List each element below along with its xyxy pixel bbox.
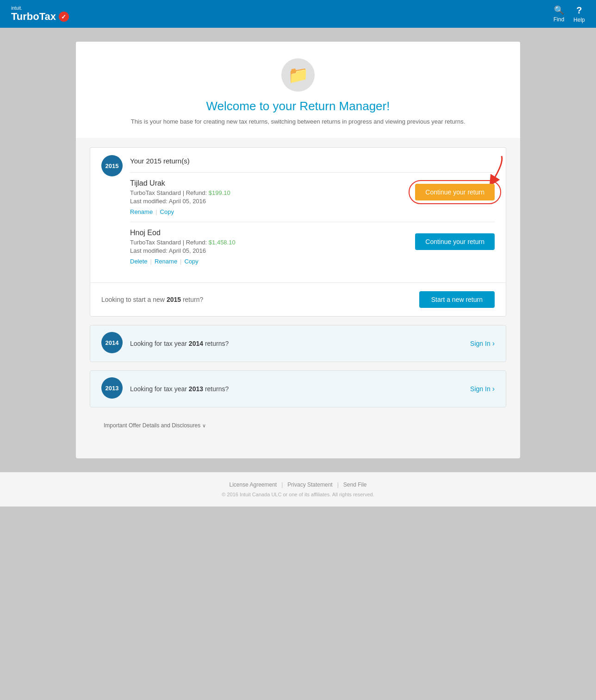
search-icon: 🔍 xyxy=(554,5,564,15)
return-name-tijlad: Tijlad Urak xyxy=(130,179,230,188)
offer-details[interactable]: Important Offer Details and Disclosures … xyxy=(90,416,506,435)
welcome-section: 📁 Welcome to your Return Manager! This i… xyxy=(76,42,520,138)
continue-button-wrap-hnoj: Continue your return xyxy=(415,233,495,250)
return-item-tijlad: Tijlad Urak TurboTax Standard | Refund: … xyxy=(130,172,495,222)
new-return-text: Looking to start a new 2015 return? xyxy=(101,296,203,303)
footer-copyright: © 2016 Intuit Canada ULC or one of its a… xyxy=(9,492,587,497)
year-2014-text: Looking for tax year 2014 returns? xyxy=(130,340,463,347)
signin-link-2013[interactable]: Sign In › xyxy=(470,385,495,393)
logo[interactable]: intuit. TurboTax ✓ xyxy=(11,6,69,22)
sep-1-tijlad: | xyxy=(155,208,157,215)
page-wrapper: 📁 Welcome to your Return Manager! This i… xyxy=(76,42,520,458)
year-2013-text: Looking for tax year 2013 returns? xyxy=(130,385,463,393)
return-info-tijlad: Tijlad Urak TurboTax Standard | Refund: … xyxy=(130,179,230,215)
header: intuit. TurboTax ✓ 🔍 Find ? Help xyxy=(0,0,596,28)
footer: License Agreement | Privacy Statement | … xyxy=(0,472,596,506)
welcome-subtitle: This is your home base for creating new … xyxy=(94,118,502,125)
continue-return-button-hnoj[interactable]: Continue your return xyxy=(415,233,495,250)
refund-amount-tijlad: $199.10 xyxy=(209,189,230,196)
folder-icon-wrap: 📁 xyxy=(281,58,315,92)
rename-link-tijlad[interactable]: Rename xyxy=(130,208,153,215)
welcome-title: Welcome to your Return Manager! xyxy=(94,99,502,113)
chevron-right-icon-2014: › xyxy=(492,339,495,348)
continue-return-button-tijlad[interactable]: Continue your return xyxy=(415,184,495,200)
turbotax-label: TurboTax xyxy=(11,12,56,22)
return-meta-hnoj: TurboTax Standard | Refund: $1,458.10 xyxy=(130,239,236,246)
return-actions-tijlad: Rename | Copy xyxy=(130,208,230,215)
year-2013-badge: 2013 xyxy=(101,377,123,399)
year-2013-section: 2013 Looking for tax year 2013 returns? … xyxy=(90,370,506,407)
help-label: Help xyxy=(573,17,585,23)
year-2015-badge: 2015 xyxy=(101,155,123,176)
red-oval-wrap: Continue your return xyxy=(415,184,495,200)
return-info-hnoj: Hnoj Eod TurboTax Standard | Refund: $1,… xyxy=(130,229,236,265)
start-new-return-button[interactable]: Start a new return xyxy=(419,291,495,308)
return-actions-hnoj: Delete | Rename | Copy xyxy=(130,258,236,265)
help-icon: ? xyxy=(577,5,582,16)
content-area: 2015 Your 2015 return(s) Tijlad Urak Tur… xyxy=(76,138,520,444)
delete-link-hnoj[interactable]: Delete xyxy=(130,258,148,265)
continue-button-wrap-tijlad: Continue your return xyxy=(415,184,495,200)
return-item-hnoj: Hnoj Eod TurboTax Standard | Refund: $1,… xyxy=(130,222,495,271)
year-2014-section: 2014 Looking for tax year 2014 returns? … xyxy=(90,325,506,362)
copy-link-hnoj[interactable]: Copy xyxy=(185,258,199,265)
rename-link-hnoj[interactable]: Rename xyxy=(155,258,177,265)
send-file-link[interactable]: Send File xyxy=(343,481,367,488)
privacy-statement-link[interactable]: Privacy Statement xyxy=(287,481,332,488)
year-2015-header: 2015 Your 2015 return(s) Tijlad Urak Tur… xyxy=(90,148,506,281)
license-agreement-link[interactable]: License Agreement xyxy=(229,481,277,488)
return-meta-tijlad: TurboTax Standard | Refund: $199.10 xyxy=(130,189,230,196)
copy-link-tijlad[interactable]: Copy xyxy=(160,208,174,215)
return-date-hnoj: Last modified: April 05, 2016 xyxy=(130,247,236,254)
footer-sep-1: | xyxy=(281,481,283,488)
year-2015-label: Your 2015 return(s) xyxy=(130,157,495,165)
year-2015-section: 2015 Your 2015 return(s) Tijlad Urak Tur… xyxy=(90,147,506,317)
chevron-right-icon-2013: › xyxy=(492,385,495,393)
header-nav: 🔍 Find ? Help xyxy=(553,5,585,23)
refund-amount-hnoj: $1,458.10 xyxy=(209,239,236,246)
checkmark-badge: ✓ xyxy=(59,12,69,22)
signin-label-2013: Sign In xyxy=(470,385,490,393)
return-date-tijlad: Last modified: April 05, 2016 xyxy=(130,198,230,205)
signin-label-2014: Sign In xyxy=(470,340,490,347)
sep-2-hnoj: | xyxy=(180,258,181,265)
signin-link-2014[interactable]: Sign In › xyxy=(470,339,495,348)
footer-sep-2: | xyxy=(337,481,339,488)
footer-links: License Agreement | Privacy Statement | … xyxy=(9,481,587,488)
offer-details-label: Important Offer Details and Disclosures xyxy=(104,422,200,429)
find-label: Find xyxy=(553,16,564,23)
help-nav-item[interactable]: ? Help xyxy=(573,5,585,23)
year-2014-badge: 2014 xyxy=(101,332,123,353)
year-2015-content: Your 2015 return(s) Tijlad Urak TurboTax… xyxy=(130,157,495,271)
return-name-hnoj: Hnoj Eod xyxy=(130,229,236,237)
find-nav-item[interactable]: 🔍 Find xyxy=(553,5,564,23)
new-return-row: Looking to start a new 2015 return? Star… xyxy=(90,282,506,316)
folder-icon: 📁 xyxy=(288,65,309,85)
intuit-label: intuit. xyxy=(11,6,69,11)
sep-1-hnoj: | xyxy=(150,258,152,265)
offer-chevron-icon: ∨ xyxy=(202,423,206,429)
